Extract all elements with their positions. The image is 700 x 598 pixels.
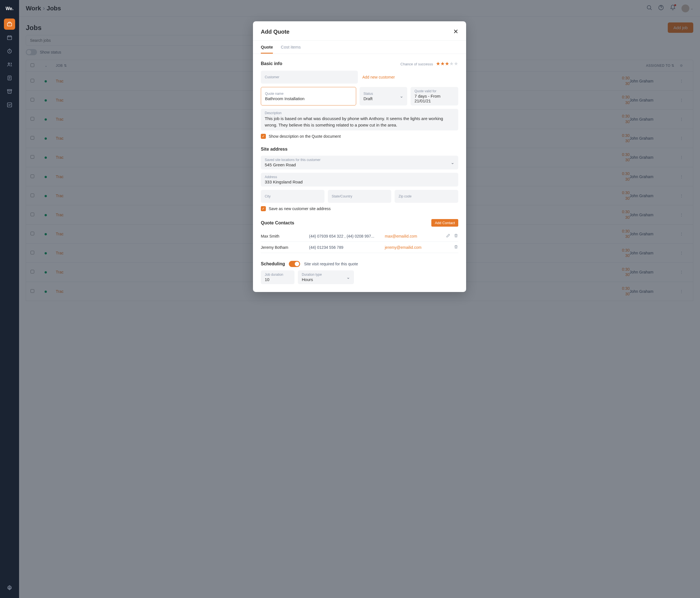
save-new-address-checkbox[interactable]: ✓ [261,206,266,211]
scheduling-heading: Scheduling [261,261,285,267]
nav-people-icon[interactable] [4,59,15,70]
quote-name-value: Bathroom Installation [265,96,352,101]
saved-location-field[interactable]: Saved site locations for this customer 5… [261,156,458,169]
chance-label: Chance of successs [400,62,433,66]
address-field[interactable]: Address 333 Kingsland Road [261,173,458,186]
nav-archive-icon[interactable] [4,86,15,97]
svg-point-3 [8,63,9,64]
svg-rect-0 [7,23,12,26]
contact-row: Jeremy Botham(44) 01234 556 789jeremy@em… [261,242,458,253]
city-label: City [265,194,321,198]
trash-icon[interactable] [454,233,458,239]
add-new-customer-link[interactable]: Add new customer [361,75,458,79]
status-value: Draft [364,96,403,101]
duration-type-field[interactable]: Duration type Hours [298,270,354,284]
nav-work-icon[interactable] [4,19,15,30]
trash-icon[interactable] [454,245,458,250]
site-address-heading: Site address [261,147,458,152]
state-field[interactable]: State/Country [328,190,392,203]
show-desc-checkbox[interactable]: ✓ [261,134,266,139]
desc-label: Description [265,111,454,115]
svg-rect-5 [7,90,12,90]
nav-calendar-icon[interactable] [4,32,15,43]
add-contact-button[interactable]: Add Contact [431,219,458,227]
tab-quote[interactable]: Quote [261,41,273,54]
job-duration-field[interactable]: Job duration 10 [261,270,295,284]
basic-info-heading: Basic info [261,61,282,66]
svg-rect-1 [7,36,12,40]
show-desc-label: Show description on the Quote document [269,134,341,139]
desc-value: This job is based on what was discussed … [265,116,454,128]
status-label: Status [364,92,403,96]
close-icon[interactable]: ✕ [453,28,458,35]
saved-value: 545 Green Road [265,163,454,167]
duration-type-label: Duration type [302,273,350,277]
duration-label: Job duration [265,273,291,277]
quote-contacts-heading: Quote Contacts [261,221,294,225]
valid-label: Quote valid for [415,89,454,93]
modal-title: Add Quote [261,29,290,35]
nav-stats-icon[interactable] [4,99,15,110]
contact-row: Max Smith(44) 07939 654 322 , (44) 0208 … [261,230,458,242]
save-new-address-label: Save as new customer site address [269,206,331,211]
nav-document-icon[interactable] [4,72,15,83]
customer-field[interactable]: Customer [261,71,358,83]
contact-email[interactable]: jeremy@emailid.com [385,245,438,250]
quote-valid-field[interactable]: Quote valid for 7 days - From 21/01/21 [410,87,458,105]
zip-field[interactable]: Zip code [395,190,458,203]
contact-name: Max Smith [261,234,306,239]
description-field[interactable]: Description This job is based on what wa… [261,109,458,130]
nav-settings-icon[interactable] [4,582,15,594]
site-visit-toggle[interactable] [289,261,300,267]
contact-email[interactable]: max@emailid.com [385,234,438,239]
duration-type-value: Hours [302,277,350,282]
address-label: Address [265,175,454,179]
address-value: 333 Kingsland Road [265,179,454,184]
customer-label: Customer [265,75,354,79]
saved-label: Saved site locations for this customer [265,158,454,162]
svg-point-7 [9,587,10,589]
sidebar: We. [0,0,19,598]
tab-cost-items[interactable]: Cost items [281,41,301,54]
add-quote-modal: Add Quote ✕ Quote Cost items Basic info … [253,21,466,292]
quote-name-field[interactable]: Quote name Bathroom Installation [261,87,356,105]
contact-name: Jeremy Botham [261,245,306,250]
state-label: State/Country [332,194,388,198]
valid-value: 7 days - From 21/01/21 [415,94,454,103]
chance-of-success: Chance of successs ★★★★★ [400,60,458,67]
edit-icon[interactable] [446,233,450,239]
contact-phone: (44) 01234 556 789 [309,245,381,250]
site-visit-label: Site visit required for this quote [304,262,358,266]
status-field[interactable]: Status Draft [359,87,407,105]
nav-clock-icon[interactable] [4,45,15,57]
duration-value: 10 [265,277,291,282]
city-field[interactable]: City [261,190,324,203]
stars[interactable]: ★★★★★ [436,61,458,67]
quote-name-label: Quote name [265,92,352,96]
zip-label: Zip code [399,194,454,198]
contact-phone: (44) 07939 654 322 , (44) 0208 997... [309,234,381,239]
logo: We. [6,3,14,16]
